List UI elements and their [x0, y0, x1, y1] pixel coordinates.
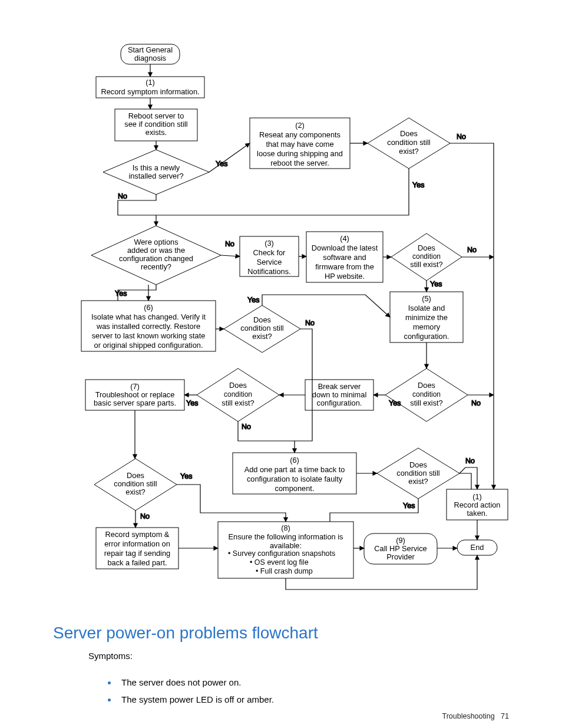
- svg-text:basic server spare parts.: basic server spare parts.: [94, 398, 176, 407]
- svg-text:condition still: condition still: [240, 324, 283, 332]
- svg-text:Does: Does: [253, 315, 271, 324]
- svg-text:Does: Does: [409, 460, 427, 469]
- svg-text:software and: software and: [323, 253, 366, 262]
- svg-text:(1): (1): [472, 492, 482, 501]
- flowchart: Start General diagnosis (1) Record sympt…: [0, 0, 562, 613]
- svg-text:Yes: Yes: [115, 289, 127, 298]
- svg-text:Break server: Break server: [318, 382, 361, 391]
- node-break: Break server down to minimal configurati…: [305, 380, 373, 410]
- node-reboot: Reboot server to see if condition still …: [115, 109, 197, 141]
- svg-text:firmware from the: firmware from the: [315, 262, 374, 271]
- svg-text:configuration.: configuration.: [404, 332, 449, 341]
- svg-text:condition: condition: [412, 390, 441, 398]
- svg-text:No: No: [471, 399, 481, 407]
- svg-text:(7): (7): [130, 382, 140, 391]
- node-n9: (9) Call HP Service Provider: [364, 533, 437, 564]
- node-dNew: Is this a newly installed server?: [103, 150, 209, 195]
- svg-text:(1): (1): [146, 78, 155, 87]
- svg-text:back a failed part.: back a failed part.: [107, 558, 167, 567]
- svg-text:No: No: [457, 133, 466, 141]
- svg-text:Ensure the following informati: Ensure the following information is: [229, 532, 343, 541]
- svg-text:Record symptom &: Record symptom &: [105, 530, 170, 539]
- svg-text:Add one part at a time back to: Add one part at a time back to: [244, 465, 345, 474]
- svg-text:No: No: [140, 512, 150, 521]
- svg-text:• OS event log file: • OS event log file: [250, 558, 309, 566]
- svg-text:recently?: recently?: [141, 262, 171, 271]
- svg-text:Does: Does: [229, 381, 247, 390]
- svg-text:• Full crash dump: • Full crash dump: [256, 567, 313, 575]
- svg-text:error information on: error information on: [104, 539, 170, 548]
- svg-text:Yes: Yes: [389, 399, 401, 407]
- node-dOpts: Were options added or was the configurat…: [91, 226, 221, 285]
- svg-text:Provider: Provider: [386, 552, 415, 561]
- svg-text:Service: Service: [257, 258, 282, 266]
- svg-text:installed server?: installed server?: [128, 172, 183, 180]
- svg-text:Yes: Yes: [412, 181, 424, 189]
- svg-text:exist?: exist?: [125, 487, 145, 496]
- svg-text:No: No: [242, 423, 251, 431]
- svg-text:Does: Does: [418, 243, 435, 252]
- svg-text:minimize the: minimize the: [405, 313, 448, 322]
- node-n1: (1) Record symptom information.: [96, 77, 204, 98]
- list-item: The system power LED is off or amber.: [118, 693, 274, 704]
- node-dCondBreak: Does condition still exist?: [197, 368, 279, 421]
- svg-text:loose during shipping and: loose during shipping and: [257, 149, 343, 158]
- svg-text:(6): (6): [144, 303, 153, 312]
- svg-text:condition still: condition still: [387, 138, 430, 147]
- svg-text:configuration to isolate fault: configuration to isolate faulty: [247, 475, 343, 483]
- svg-text:(6): (6): [290, 456, 299, 465]
- symptoms-list: The server does not power on. The system…: [94, 676, 274, 710]
- svg-text:exist?: exist?: [408, 477, 428, 486]
- svg-text:No: No: [225, 240, 234, 248]
- svg-text:added or was the: added or was the: [127, 246, 185, 255]
- svg-text:Start General: Start General: [128, 45, 173, 54]
- svg-text:down to minimal: down to minimal: [312, 390, 366, 399]
- svg-text:that may have come: that may have come: [266, 140, 333, 149]
- svg-text:configuration changed: configuration changed: [119, 254, 193, 263]
- svg-text:• Survey configuration snapsho: • Survey configuration snapshots: [228, 549, 335, 558]
- svg-text:condition still: condition still: [396, 469, 439, 477]
- svg-text:End: End: [471, 543, 484, 552]
- svg-text:reboot the server.: reboot the server.: [270, 159, 329, 167]
- svg-text:Download the latest: Download the latest: [312, 243, 378, 252]
- svg-text:Yes: Yes: [247, 296, 259, 304]
- svg-text:was installed correctly.  Rest: was installed correctly. Restore: [96, 322, 200, 331]
- symptoms-label: Symptoms:: [88, 651, 133, 661]
- svg-text:Isolate and: Isolate and: [408, 304, 445, 312]
- node-n7: (7) Troubleshoot or replace basic server…: [85, 380, 184, 410]
- svg-text:memory: memory: [413, 322, 441, 331]
- node-n6iso: (6) Isolate what has changed. Verify it …: [81, 301, 216, 351]
- svg-text:(4): (4): [340, 234, 349, 243]
- node-n3: (3) Check for Service Notifications.: [240, 236, 299, 276]
- section-heading: Server power-on problems flowchart: [53, 624, 318, 643]
- svg-text:exists.: exists.: [146, 128, 167, 137]
- svg-text:exist?: exist?: [399, 147, 418, 156]
- node-dCond7: Does condition still exist?: [94, 459, 177, 510]
- svg-text:Yes: Yes: [430, 280, 442, 288]
- svg-text:Isolate what has changed. Veri: Isolate what has changed. Verify it: [91, 312, 206, 321]
- node-dCond2: Does condition still exist?: [368, 118, 450, 169]
- svg-text:(3): (3): [265, 239, 274, 248]
- svg-text:Is this a newly: Is this a newly: [133, 163, 180, 172]
- node-n4: (4) Download the latest software and fir…: [306, 232, 383, 282]
- svg-text:condition still: condition still: [114, 479, 157, 488]
- svg-text:Yes: Yes: [403, 502, 415, 510]
- svg-text:still exist?: still exist?: [222, 398, 254, 407]
- svg-text:component.: component.: [275, 484, 315, 493]
- node-dCond6: Does condition still exist?: [224, 305, 300, 353]
- node-n6add: (6) Add one part at a time back to confi…: [233, 453, 356, 494]
- svg-text:(8): (8): [281, 523, 290, 532]
- svg-text:still exist?: still exist?: [410, 260, 442, 269]
- node-start: Start General diagnosis: [121, 44, 180, 64]
- svg-text:Does: Does: [400, 129, 418, 138]
- svg-text:(5): (5): [422, 294, 431, 303]
- list-item: The server does not power on.: [118, 676, 274, 687]
- node-dCond4: Does condition still exist?: [391, 233, 462, 281]
- node-n1rec: (1) Record action taken.: [447, 489, 508, 520]
- svg-text:configuration.: configuration.: [317, 398, 362, 407]
- svg-text:(2): (2): [295, 121, 305, 130]
- svg-text:Troubleshoot or replace: Troubleshoot or replace: [95, 390, 175, 399]
- svg-text:Reboot server to: Reboot server to: [128, 111, 184, 120]
- node-end: End: [457, 540, 497, 555]
- node-n8: (8) Ensure the following information is …: [218, 522, 353, 578]
